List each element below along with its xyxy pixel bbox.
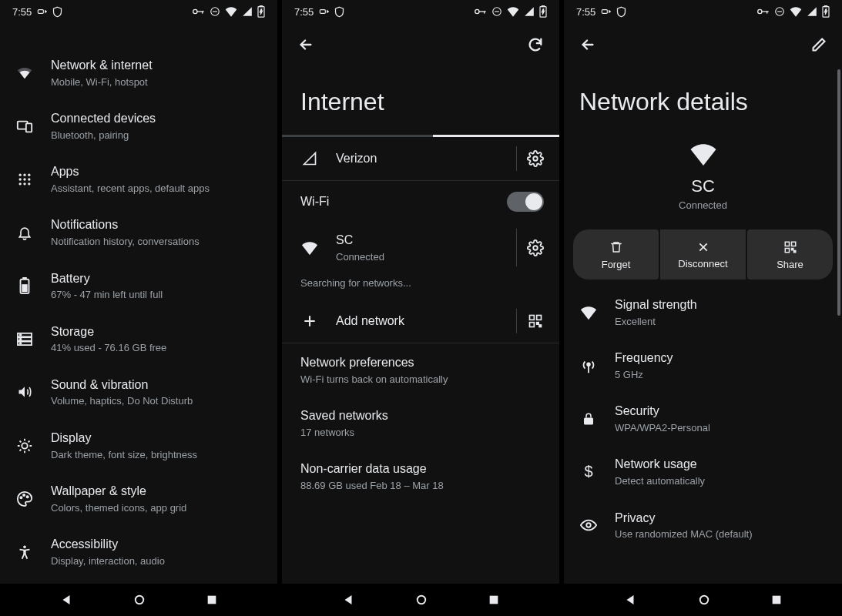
shield-icon (52, 6, 63, 18)
network-prefs-row[interactable]: Network preferences Wi-Fi turns back on … (282, 343, 559, 397)
nav-recent-icon[interactable] (770, 594, 783, 606)
svg-point-28 (22, 443, 27, 448)
action-row: Forget Disconnect Share (573, 229, 833, 280)
settings-item-storage[interactable]: Storage41% used - 76.16 GB free (0, 313, 277, 366)
wifi-large-icon (689, 142, 717, 166)
share-button[interactable]: Share (747, 229, 833, 280)
status-bar: 7:55 (564, 0, 842, 23)
svg-point-14 (23, 178, 25, 180)
internet-screen: 7:55 Internet Verizon Wi-Fi (282, 0, 559, 616)
settings-item-connected[interactable]: Connected devicesBluetooth, pairing (0, 99, 277, 152)
settings-item-wallpaper[interactable]: Wallpaper & styleColors, themed icons, a… (0, 472, 277, 525)
back-arrow-icon[interactable] (297, 36, 314, 53)
svg-rect-64 (793, 251, 795, 253)
signal-icon (242, 6, 253, 17)
status-time: 7:55 (12, 6, 32, 18)
lock-icon (579, 410, 598, 428)
detail-frequency[interactable]: Frequency5 GHz (564, 339, 842, 392)
data-usage-row[interactable]: Non-carrier data usage 88.69 GB used Feb… (282, 450, 559, 503)
settings-item-accessibility[interactable]: AccessibilityDisplay, interaction, audio (0, 525, 277, 578)
dnd-icon (774, 6, 785, 17)
svg-point-1 (193, 9, 197, 13)
detail-usage[interactable]: $ Network usageDetect automatically (564, 445, 842, 498)
battery-status-icon (257, 5, 265, 18)
nav-back-icon[interactable] (623, 593, 637, 607)
svg-rect-35 (320, 10, 326, 14)
carrier-row[interactable]: Verizon (282, 137, 559, 180)
brightness-icon (15, 437, 34, 455)
svg-rect-52 (602, 10, 608, 14)
settings-item-display[interactable]: DisplayDark theme, font size, brightness (0, 419, 277, 472)
svg-point-65 (587, 363, 590, 366)
nav-bar (282, 584, 559, 616)
tab-indicator (282, 135, 559, 137)
nav-back-icon[interactable] (59, 593, 73, 607)
edit-icon[interactable] (811, 37, 827, 52)
scrollbar[interactable] (837, 69, 840, 316)
wifi-icon (579, 303, 598, 322)
svg-point-32 (23, 545, 26, 548)
settings-item-sound[interactable]: Sound & vibrationVolume, haptics, Do Not… (0, 366, 277, 419)
qr-scan-button[interactable] (516, 309, 553, 333)
wifi-status-icon (225, 6, 237, 17)
nav-home-icon[interactable] (133, 593, 146, 607)
wifi-full-icon (300, 239, 319, 257)
disconnect-button[interactable]: Disconnect (660, 229, 746, 280)
svg-point-30 (23, 494, 25, 496)
settings-item-battery[interactable]: Battery67% - 47 min left until full (0, 259, 277, 313)
carrier-name: Verizon (336, 150, 499, 167)
svg-rect-7 (260, 5, 262, 7)
svg-rect-46 (536, 316, 541, 320)
network-header: SC Connected (564, 124, 842, 222)
svg-point-11 (23, 173, 25, 176)
connected-network-row[interactable]: SCConnected (282, 223, 559, 273)
add-network-row[interactable]: Add network (282, 300, 559, 343)
sound-icon (15, 383, 34, 401)
bell-icon (15, 223, 34, 242)
settings-item-notifications[interactable]: NotificationsNotification history, conve… (0, 206, 277, 259)
svg-point-15 (28, 178, 30, 180)
nav-home-icon[interactable] (697, 593, 711, 607)
svg-point-53 (758, 9, 762, 13)
vpn-key-icon (475, 8, 487, 15)
shield-icon (334, 6, 345, 18)
nav-home-icon[interactable] (414, 593, 428, 607)
svg-rect-63 (791, 249, 793, 250)
svg-rect-3 (202, 11, 203, 13)
nav-recent-icon[interactable] (206, 594, 218, 606)
nav-bar (0, 584, 277, 616)
svg-rect-42 (542, 5, 544, 7)
shield-icon (616, 6, 627, 18)
refresh-icon[interactable] (527, 36, 544, 53)
wifi-icon (15, 64, 34, 82)
svg-point-43 (533, 156, 538, 161)
broadcast-icon (36, 6, 47, 17)
detail-security[interactable]: SecurityWPA/WPA2-Personal (564, 392, 842, 445)
settings-list: Network & internetMobile, Wi-Fi, hotspot… (0, 23, 277, 584)
wifi-label: Wi-Fi (300, 193, 329, 210)
page-title: Network details (564, 66, 842, 124)
settings-item-apps[interactable]: AppsAssistant, recent apps, default apps (0, 152, 277, 206)
wifi-toggle[interactable] (507, 192, 544, 212)
svg-point-27 (20, 343, 22, 344)
detail-signal[interactable]: Signal strengthExcellent (564, 286, 842, 339)
vpn-key-icon (757, 8, 770, 15)
nav-back-icon[interactable] (341, 593, 355, 607)
network-settings-button[interactable] (516, 229, 553, 266)
nav-recent-icon[interactable] (488, 594, 500, 606)
antenna-icon (579, 357, 598, 375)
status-bar: 7:55 (0, 0, 277, 23)
carrier-settings-button[interactable] (516, 146, 553, 171)
wifi-status-icon (507, 6, 519, 17)
searching-text: Searching for networks... (282, 273, 559, 300)
qr-icon (783, 240, 797, 254)
detail-privacy[interactable]: PrivacyUse randomized MAC (default) (564, 499, 842, 552)
svg-rect-0 (39, 10, 44, 14)
forget-button[interactable]: Forget (573, 229, 659, 280)
svg-rect-48 (536, 323, 538, 325)
back-arrow-icon[interactable] (579, 36, 596, 53)
app-bar (282, 23, 559, 66)
settings-item-network[interactable]: Network & internetMobile, Wi-Fi, hotspot (0, 46, 277, 99)
saved-networks-row[interactable]: Saved networks 17 networks (282, 397, 559, 450)
svg-rect-38 (484, 11, 485, 13)
